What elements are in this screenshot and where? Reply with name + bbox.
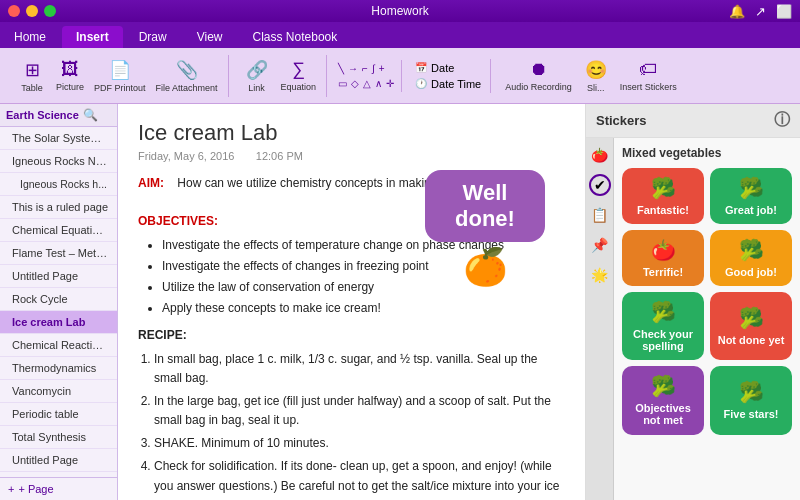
insert-group: ⊞ Table 🖼 Picture 📄 PDF Printout 📎 File … <box>8 55 229 97</box>
maximize-button[interactable] <box>44 5 56 17</box>
sticker-label: Check your spelling <box>628 328 698 352</box>
sidebar-item-ruled[interactable]: This is a ruled page <box>0 196 117 219</box>
sidebar-item-rock-cycle[interactable]: Rock Cycle <box>0 288 117 311</box>
sticker-fantastic[interactable]: 🥦 Fantastic! <box>622 168 704 224</box>
file-button[interactable]: 📎 File Attachment <box>152 57 222 95</box>
file-icon: 📎 <box>176 59 198 81</box>
close-button[interactable] <box>8 5 20 17</box>
sticker-emoji: 🥦 <box>739 176 764 200</box>
tab-draw[interactable]: Draw <box>125 26 181 48</box>
sidebar-item-chemical-rx[interactable]: Chemical Reactions <box>0 334 117 357</box>
add-page-button[interactable]: + + Page <box>0 477 117 500</box>
sidebar-item-flame[interactable]: Flame Test – Metal I... <box>0 242 117 265</box>
sticker-good-job[interactable]: 🥦 Good job! <box>710 230 792 286</box>
sidebar-item-igneous-h[interactable]: Igneous Rocks h... <box>0 173 117 196</box>
arrow-shape[interactable]: → <box>347 62 359 75</box>
recipe-label: RECIPE: <box>138 326 565 345</box>
stickers-icon: 🏷 <box>639 59 657 80</box>
tab-insert[interactable]: Insert <box>62 26 123 48</box>
orange-face-emoji: 🍊 <box>463 246 508 288</box>
sticker-terrific[interactable]: 🍅 Terrific! <box>622 230 704 286</box>
sidebar-item-synthesis[interactable]: Total Synthesis <box>0 426 117 449</box>
shapes-group: ╲ → ⌐ ∫ + ▭ ◇ △ ∧ ✛ <box>331 60 402 92</box>
stickers-category-title: Mixed vegetables <box>622 146 792 160</box>
sticker-emoji: 🥦 <box>651 300 676 324</box>
media-group: ⏺ Audio Recording 😊 Sli... 🏷 Insert Stic… <box>495 55 687 97</box>
table-button[interactable]: ⊞ Table <box>14 57 50 95</box>
well-done-sticker: Well done! 🍊 <box>405 164 565 294</box>
sticker-great-job[interactable]: 🥦 Great job! <box>710 168 792 224</box>
sticker-label: Objectives not met <box>628 402 698 426</box>
bracket-shape[interactable]: ⌐ <box>361 62 369 75</box>
sticker-five-stars[interactable]: 🥦 Five stars! <box>710 366 792 434</box>
sticker-objectives-not-met[interactable]: 🥦 Objectives not met <box>622 366 704 434</box>
pdf-icon: 📄 <box>109 59 131 81</box>
sticker-label: Good job! <box>725 266 777 278</box>
tab-view[interactable]: View <box>183 26 237 48</box>
sticker-clipboard-icon[interactable]: 📋 <box>589 204 611 226</box>
sticker-check-spelling[interactable]: 🥦 Check your spelling <box>622 292 704 360</box>
sidebar-item-igneous-notes[interactable]: Igneous Rocks Notes <box>0 150 117 173</box>
sticker-check-icon[interactable]: ✔ <box>589 174 611 196</box>
sidebar-item-solar[interactable]: The Solar System N... <box>0 127 117 150</box>
sticker-emoji: 🍅 <box>651 238 676 262</box>
datetime-button[interactable]: 🕐 Date Time <box>412 77 484 91</box>
link-button[interactable]: 🔗 Link <box>239 57 275 95</box>
stickers-grid: 🥦 Fantastic! 🥦 Great job! 🍅 Terrific! 🥦 … <box>622 168 792 435</box>
stickers-grid-area: Mixed vegetables 🥦 Fantastic! 🥦 Great jo… <box>614 138 800 500</box>
line-shape[interactable]: ╲ <box>337 62 345 75</box>
pdf-button[interactable]: 📄 PDF Printout <box>90 57 150 95</box>
equation-button[interactable]: ∑ Equation <box>277 57 321 95</box>
triangle-shape[interactable]: △ <box>362 77 372 90</box>
sidebar-item-chemical-eq[interactable]: Chemical Equations <box>0 219 117 242</box>
sidebar-item-vanco[interactable]: Vancomycin <box>0 380 117 403</box>
sticker-label: Great job! <box>725 204 777 216</box>
search-icon[interactable]: 🔍 <box>83 108 98 122</box>
main-area: Earth Science 🔍 The Solar System N... Ig… <box>0 104 800 500</box>
sticker-pin-icon[interactable]: 📌 <box>589 234 611 256</box>
stickers-info-icon[interactable]: ⓘ <box>774 110 790 131</box>
table-icon: ⊞ <box>25 59 40 81</box>
sidebar-item-ice-cream[interactable]: Ice cream Lab <box>0 311 117 334</box>
chevron-shape[interactable]: ∧ <box>374 77 383 90</box>
list-item: SHAKE. Minimum of 10 minutes. <box>154 434 565 453</box>
sidebar-item-periodic[interactable]: Periodic table <box>0 403 117 426</box>
diamond-shape[interactable]: ◇ <box>350 77 360 90</box>
share-icon[interactable]: ↗ <box>755 4 766 19</box>
section-label: Earth Science <box>6 109 79 121</box>
date-button[interactable]: 📅 Date <box>412 61 484 75</box>
sticker-label: Five stars! <box>723 408 778 420</box>
slide-button[interactable]: 😊 Sli... <box>578 57 614 95</box>
insert-stickers-button[interactable]: 🏷 Insert Stickers <box>616 57 681 95</box>
sidebar-item-untitled1[interactable]: Untitled Page <box>0 265 117 288</box>
rect-shape[interactable]: ▭ <box>337 77 348 90</box>
audio-icon: ⏺ <box>530 59 548 80</box>
title-bar: Homework 🔔 ↗ ⬜ <box>0 0 800 22</box>
sidebar-item-thermo[interactable]: Thermodynamics <box>0 357 117 380</box>
curve-shape[interactable]: ∫ <box>371 62 376 75</box>
well-done-bubble: Well done! <box>425 170 545 243</box>
clock-icon: 🕐 <box>415 78 427 89</box>
calendar-icon: 📅 <box>415 62 427 73</box>
picture-button[interactable]: 🖼 Picture <box>52 57 88 95</box>
aim-label: AIM: <box>138 176 164 190</box>
ribbon-tabs: Home Insert Draw View Class Notebook <box>0 22 800 48</box>
window-icon[interactable]: ⬜ <box>776 4 792 19</box>
sticker-veggie-icon[interactable]: 🍅 <box>589 144 611 166</box>
slide-icon: 😊 <box>585 59 607 81</box>
tab-classnotebook[interactable]: Class Notebook <box>239 26 352 48</box>
traffic-lights <box>8 5 56 17</box>
tab-home[interactable]: Home <box>0 26 60 48</box>
equation-icon: ∑ <box>292 59 305 80</box>
sticker-label: Terrific! <box>643 266 683 278</box>
page-title: Ice cream Lab <box>138 120 565 146</box>
sticker-not-done[interactable]: 🥦 Not done yet <box>710 292 792 360</box>
plus-shape[interactable]: + <box>378 62 386 75</box>
sidebar-item-untitled2[interactable]: Untitled Page <box>0 449 117 472</box>
sticker-star-icon[interactable]: 🌟 <box>589 264 611 286</box>
bell-icon[interactable]: 🔔 <box>729 4 745 19</box>
recipe-steps: In small bag, place 1 c. milk, 1/3 c. su… <box>154 350 565 501</box>
audio-button[interactable]: ⏺ Audio Recording <box>501 57 576 95</box>
cross-shape[interactable]: ✛ <box>385 77 395 90</box>
minimize-button[interactable] <box>26 5 38 17</box>
